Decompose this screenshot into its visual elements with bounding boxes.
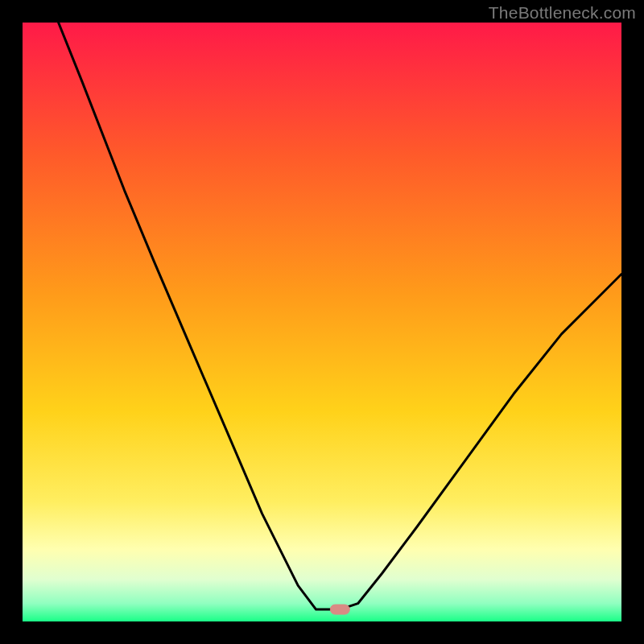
chart-svg xyxy=(23,23,621,621)
watermark-text: TheBottleneck.com xyxy=(489,3,636,23)
gradient-background xyxy=(23,23,621,621)
chart-frame: TheBottleneck.com xyxy=(0,0,644,644)
optimum-marker xyxy=(330,605,349,614)
plot-area xyxy=(23,23,621,621)
